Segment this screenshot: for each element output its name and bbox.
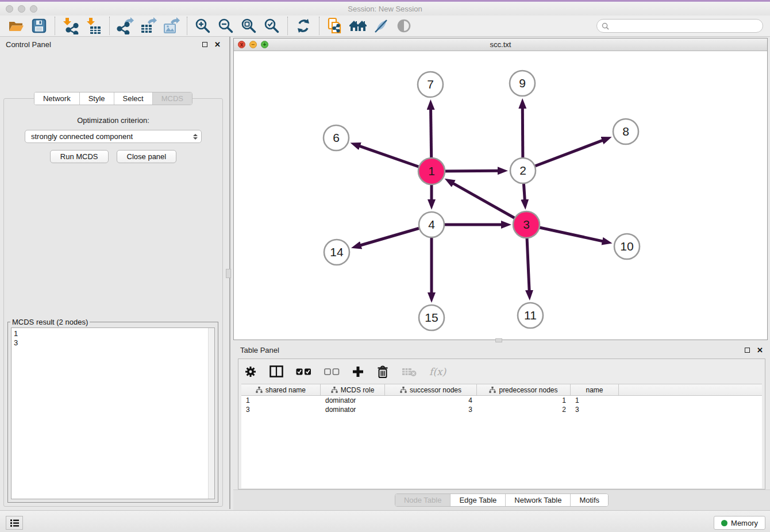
delete-column-button[interactable] [376,365,389,379]
result-scrollbar[interactable] [208,328,214,499]
column-header-predecessor-nodes[interactable]: predecessor nodes [477,384,571,395]
column-header-mcds-role[interactable]: MCDS role [321,384,385,395]
node-table-header[interactable]: shared nameMCDS rolesuccessor nodesprede… [241,384,762,396]
table-panel-header: Table Panel ✕ [233,342,770,357]
zoom-in-button[interactable] [191,16,214,36]
create-column-button[interactable] [352,366,364,377]
clone-network-icon [327,17,343,34]
table-cell[interactable]: 3 [241,405,321,414]
select-chevrons-icon [193,134,198,140]
open-file-button[interactable] [5,16,28,36]
import-network-button[interactable] [59,16,82,36]
network-graph[interactable]: 7968124314101511 [234,51,767,340]
feather-button[interactable] [369,16,392,36]
save-session-button[interactable] [28,16,51,36]
memory-status-icon [721,520,727,526]
control-panel-tab-row: NetworkStyleSelectMCDS [0,92,226,105]
main-toolbar [0,16,770,37]
tab-edge-table[interactable]: Edge Table [451,494,506,506]
table-cell[interactable]: 1 [477,396,571,405]
network-canvas[interactable]: 7968124314101511 [234,51,767,340]
tab-select[interactable]: Select [114,92,153,105]
table-cell[interactable]: 3 [571,405,619,414]
table-cell[interactable]: 1 [571,396,619,405]
optimization-criterion-value: strongly connected component [31,132,193,141]
close-panel-button[interactable]: Close panel [117,150,177,163]
horizontal-splitter-handle[interactable] [495,338,502,342]
task-history-button[interactable] [6,516,23,530]
table-settings-button[interactable] [244,365,257,378]
column-scope-icon [489,387,496,393]
node-label-9: 9 [519,76,526,90]
network-maximize-icon[interactable]: + [261,41,268,48]
export-image-button[interactable] [160,16,183,36]
toolbar-separator [187,17,187,35]
table-cell[interactable]: 2 [477,405,571,414]
tab-mcds[interactable]: MCDS [153,92,192,105]
delete-table-icon [402,367,417,377]
tab-network-table[interactable]: Network Table [506,494,571,506]
table-cell[interactable]: dominator [321,405,385,414]
tab-network[interactable]: Network [34,92,80,105]
control-panel: Control Panel ✕ NetworkStyleSelectMCDS O… [0,37,226,509]
optimization-criterion-select[interactable]: strongly connected component [25,130,202,143]
column-header-successor-nodes[interactable]: successor nodes [385,384,477,395]
column-header-name[interactable]: name [571,384,619,395]
deselect-all-button[interactable] [324,368,340,375]
zoom-selected-icon [264,18,280,34]
show-details-button[interactable] [392,16,415,36]
table-cell[interactable]: 3 [385,405,477,414]
mcds-result-text[interactable]: 13 [11,327,215,499]
table-row[interactable]: 1dominator411 [241,396,762,405]
export-network-icon [117,17,134,34]
tab-motifs[interactable]: Motifs [571,494,608,506]
split-panel-icon [270,365,283,377]
open-folder-icon [8,18,24,33]
float-panel-icon[interactable] [202,42,207,47]
refresh-icon [295,18,311,34]
zoom-out-button[interactable] [214,16,237,36]
node-table-body[interactable]: 1dominator4113dominator323 [241,396,762,414]
select-all-button[interactable] [296,368,311,375]
node-table[interactable]: shared nameMCDS rolesuccessor nodesprede… [241,384,762,488]
tab-node-table[interactable]: Node Table [395,494,451,506]
table-cell[interactable]: 1 [241,396,321,405]
table-close-icon[interactable]: ✕ [757,348,763,353]
toolbar-separator [109,17,110,35]
control-panel-header: Control Panel ✕ [0,37,226,52]
table-toolbar: f(x) [238,359,765,384]
run-mcds-button[interactable]: Run MCDS [50,150,109,163]
neighbors-button[interactable] [346,16,369,36]
column-scope-icon [331,387,338,393]
table-cell[interactable]: dominator [321,396,385,405]
zoom-in-icon [195,18,211,34]
close-panel-icon[interactable]: ✕ [214,42,221,47]
table-row[interactable]: 3dominator323 [241,405,762,414]
show-column-panel-button[interactable] [270,365,283,377]
table-panel: Table Panel ✕ [233,342,770,510]
search-icon [602,22,609,30]
export-network-button[interactable] [114,16,137,36]
status-bar: Memory [0,510,770,532]
network-minimize-icon[interactable]: − [249,41,257,48]
tab-style[interactable]: Style [80,92,114,105]
vertical-splitter-handle[interactable] [226,269,231,278]
network-window-titlebar[interactable]: scc.txt x − + [234,38,767,51]
delete-table-button [402,367,417,377]
network-close-icon[interactable]: x [238,41,245,48]
memory-button[interactable]: Memory [714,516,765,530]
zoom-selected-button[interactable] [260,16,283,36]
zoom-fit-button[interactable] [237,16,260,36]
save-icon [32,18,47,33]
apply-layout-button[interactable] [292,16,315,36]
mcds-pane: Optimization criterion: strongly connect… [3,98,223,507]
table-cell[interactable]: 4 [385,396,477,405]
export-table-button[interactable] [137,16,160,36]
column-header-shared-name[interactable]: shared name [241,384,321,395]
node-label-6: 6 [333,131,340,144]
import-table-button[interactable] [82,16,105,36]
search-box[interactable] [596,19,763,33]
search-input[interactable] [612,21,763,30]
clone-network-button[interactable] [324,16,346,36]
table-float-icon[interactable] [745,348,750,353]
